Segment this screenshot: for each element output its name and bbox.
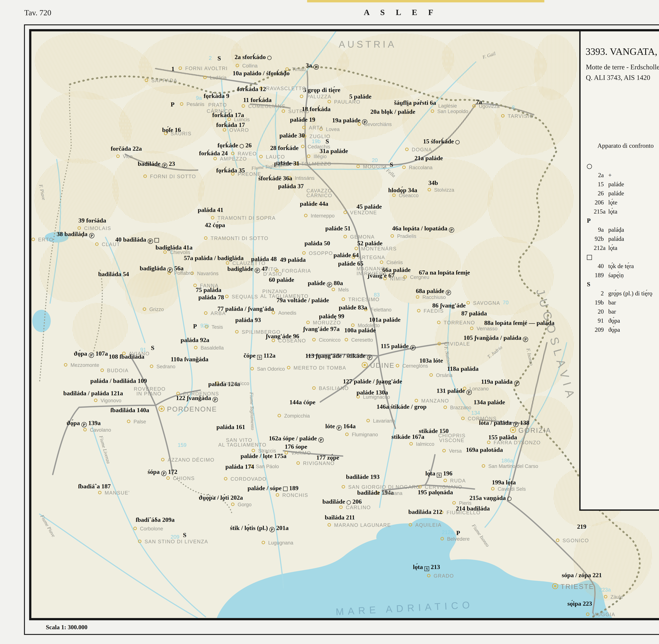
town-label: Ceresetto	[351, 337, 373, 343]
town-marker	[94, 398, 97, 402]
legend-row: S	[587, 280, 653, 289]
town-marker	[224, 477, 227, 480]
town-marker	[345, 433, 348, 436]
town-label: Bevorchiáns	[364, 121, 392, 127]
dialect-form-label: 28 forḱáde	[270, 144, 298, 152]
town-label: SGONICO	[563, 538, 589, 544]
legend-form: śapę́iṇ	[608, 272, 653, 279]
legend-point-number: 15	[594, 181, 608, 188]
legend-form: lǫ́te	[608, 199, 653, 206]
dialect-form-label: 15 śforḱáde	[423, 138, 460, 145]
town-label: MERETO DI TOMBA	[294, 365, 346, 371]
town-marker	[235, 330, 238, 334]
town-marker	[143, 307, 146, 311]
circled-p-marker: P	[327, 282, 332, 288]
town-label: BUDOIA	[107, 368, 129, 373]
legend-row: 26paláde	[587, 189, 653, 198]
dialect-form-label: 87 paláda	[461, 310, 487, 317]
town-marker	[250, 367, 254, 370]
town-marker	[231, 152, 234, 155]
town-label: Ciconicco	[319, 337, 341, 343]
dialect-form-label: 21a paláde	[414, 155, 443, 162]
town-marker	[501, 114, 504, 118]
legend-point-number: 206	[594, 199, 608, 206]
atlas-point-number: 159	[178, 442, 186, 448]
atlas-point-number: 70	[503, 300, 508, 305]
dialect-form-label: P	[193, 323, 197, 330]
town-label: Mels	[338, 287, 349, 293]
town-label: COMEGLIÁNS	[248, 104, 286, 109]
dialect-form-label: 115 paláde P	[381, 342, 415, 350]
town-label: TRAMONTI DI SOPRA	[218, 215, 276, 221]
lake-barcis	[32, 310, 51, 332]
town-label: CLAUT	[102, 242, 120, 247]
legend-point-number: 20	[594, 308, 608, 315]
town-marker	[396, 364, 399, 367]
boxed-s-marker: S	[257, 355, 262, 360]
legend-form: paláḑa	[608, 226, 653, 233]
town-marker	[415, 399, 418, 402]
legend-title: Apparato di confronto	[597, 142, 654, 149]
town-marker	[276, 493, 279, 497]
legend-row: 91ϑǫ́pa	[587, 316, 653, 325]
town-marker	[306, 321, 310, 324]
town-label: Raccolana	[409, 165, 433, 170]
town-marker	[259, 155, 263, 158]
city-label: GORIZIA	[518, 427, 551, 434]
town-marker	[83, 428, 87, 431]
town-marker	[409, 523, 412, 526]
town-marker	[282, 109, 285, 113]
dialect-form-label: S	[218, 55, 221, 62]
legend-form: +	[608, 171, 653, 179]
town-label: Vico	[123, 154, 133, 159]
town-label: TRICESIMO	[348, 297, 380, 302]
town-label: Sedrano	[156, 364, 176, 369]
town-label: CARLINO	[346, 505, 371, 510]
town-marker	[342, 485, 345, 488]
town-marker	[342, 298, 345, 301]
town-marker	[127, 420, 130, 423]
circled-p-marker: P	[212, 397, 218, 402]
circled-p-marker: P	[89, 352, 94, 358]
town-marker	[213, 157, 217, 160]
legend-row: 2a+	[587, 170, 653, 180]
circled-p-marker: P	[449, 227, 454, 233]
legend-point-number: 19b	[594, 299, 608, 306]
town-label: Cerneglóns	[402, 363, 428, 369]
town-marker	[262, 541, 265, 544]
dialect-form-label: ſbadiáˆa 187	[78, 483, 111, 490]
town-marker	[223, 128, 226, 132]
town-label: Brazzano	[450, 405, 471, 410]
town-marker	[339, 505, 343, 509]
dialect-form-label: forḱáda 24	[199, 150, 228, 157]
town-label: FARRA D'ISONZO	[494, 440, 541, 445]
town-label: ERTO	[38, 237, 53, 243]
town-label: Mezzomonte	[70, 362, 99, 368]
town-label: AVIANO	[129, 351, 150, 356]
town-label: Corbolone	[140, 526, 163, 532]
town-label: Stolvizza	[434, 187, 454, 193]
dialect-form-label: 199a lǫ́ta	[492, 479, 516, 486]
town-label: MUGGIA	[593, 612, 615, 617]
town-label: Racchiuso	[423, 295, 446, 300]
town-label: Lumignacco	[363, 394, 390, 400]
legend-circle-symbol	[587, 164, 592, 169]
town-label: NÍMIS	[390, 276, 406, 282]
dialect-form-label: 19a paláde P	[332, 117, 367, 124]
town-label: D'ASIO	[263, 271, 282, 277]
town-label: CIMOLAIS	[84, 226, 111, 231]
dialect-form-label: 119a paláda P	[481, 378, 519, 386]
town-marker	[482, 464, 485, 468]
legend-form: paláda	[608, 235, 653, 242]
town-label: AL TAGLIAMENTO	[218, 442, 267, 448]
dialect-form-label: 3 grǫp di tię́re	[303, 86, 340, 93]
dialect-form-label: sǫ́ipa 223	[567, 600, 592, 607]
town-label: Straccis	[258, 448, 276, 454]
dialect-form-label: 60 paláde	[269, 276, 294, 283]
town-marker	[491, 487, 495, 490]
city-label: TRIESTE	[561, 582, 594, 591]
town-label: Navaróns	[197, 271, 219, 276]
legend-form: paláde	[608, 181, 653, 188]
dialect-form-label: paláda 174	[225, 463, 254, 470]
town-label: PAULARO	[334, 99, 361, 105]
